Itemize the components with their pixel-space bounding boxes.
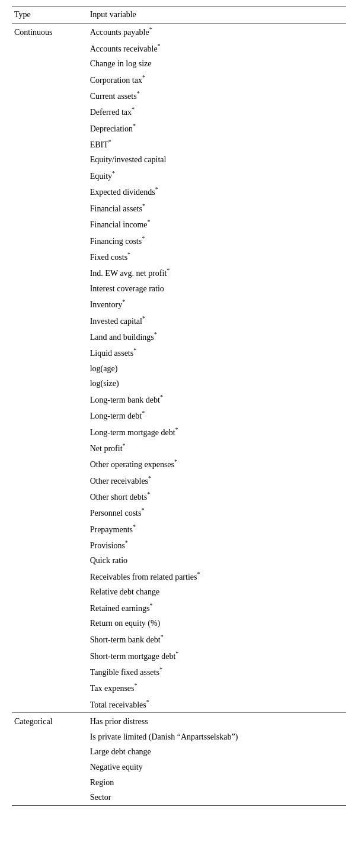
table-row: Equity*: [12, 168, 346, 184]
type-cell: [12, 631, 88, 647]
variable-cell: Current assets*: [88, 88, 346, 104]
variable-cell: Personnel costs*: [88, 504, 346, 520]
variable-cell: log(age): [88, 361, 346, 377]
table-row: Short-term mortgage debt*: [12, 648, 346, 664]
main-container: Type Input variable ContinuousAccounts p…: [0, 0, 358, 812]
type-cell: [12, 40, 88, 56]
type-cell: [12, 391, 88, 407]
table-row: Long-term debt*: [12, 407, 346, 423]
type-cell: [12, 265, 88, 281]
variable-cell: Other short debts*: [88, 488, 346, 504]
type-cell: [12, 456, 88, 472]
table-row: Depreciation*: [12, 120, 346, 136]
table-row: Provisions*: [12, 537, 346, 553]
type-cell: [12, 790, 88, 805]
variable-cell: Long-term mortgage debt*: [88, 424, 346, 440]
variable-cell: Accounts receivable*: [88, 40, 346, 56]
variable-cell: Equity/invested capital: [88, 152, 346, 168]
type-cell: [12, 696, 88, 713]
type-cell: [12, 760, 88, 775]
table-row: Tax expenses*: [12, 680, 346, 696]
table-row: Interest coverage ratio: [12, 281, 346, 297]
type-cell: [12, 504, 88, 520]
type-cell: [12, 136, 88, 152]
variable-cell: Large debt change: [88, 744, 346, 760]
type-cell: Continuous: [12, 24, 88, 40]
table-row: CategoricalHas prior distress: [12, 712, 346, 729]
table-row: Return on equity (%): [12, 616, 346, 631]
variable-cell: Short-term mortgage debt*: [88, 648, 346, 664]
table-row: ContinuousAccounts payable*: [12, 24, 346, 40]
table-row: Land and buildings*: [12, 329, 346, 345]
table-row: Ind. EW avg. net profit*: [12, 265, 346, 281]
table-row: Personnel costs*: [12, 504, 346, 520]
table-row: Deferred tax*: [12, 104, 346, 120]
type-cell: [12, 249, 88, 265]
type-cell: [12, 88, 88, 104]
variable-cell: Expected dividends*: [88, 184, 346, 200]
variable-cell: EBIT*: [88, 136, 346, 152]
type-cell: [12, 329, 88, 345]
variable-cell: Other receivables*: [88, 472, 346, 488]
table-row: log(age): [12, 361, 346, 377]
type-cell: [12, 200, 88, 216]
table-row: Fixed costs*: [12, 249, 346, 265]
variable-cell: Retained earnings*: [88, 600, 346, 616]
variable-cell: Has prior distress: [88, 712, 346, 729]
variable-cell: Region: [88, 775, 346, 790]
type-cell: [12, 296, 88, 312]
type-cell: [12, 568, 88, 584]
type-cell: [12, 775, 88, 790]
table-row: Other receivables*: [12, 472, 346, 488]
type-cell: Categorical: [12, 712, 88, 729]
variable-cell: Return on equity (%): [88, 616, 346, 631]
type-cell: [12, 440, 88, 456]
table-row: Short-term bank debt*: [12, 631, 346, 647]
type-cell: [12, 553, 88, 568]
variable-cell: Total receivables*: [88, 696, 346, 713]
variable-cell: Equity*: [88, 168, 346, 184]
variable-cell: Prepayments*: [88, 521, 346, 537]
variable-cell: Financial income*: [88, 216, 346, 232]
variable-cell: Quick ratio: [88, 553, 346, 568]
table-row: Corporation tax*: [12, 72, 346, 88]
type-cell: [12, 72, 88, 88]
variable-cell: Net profit*: [88, 440, 346, 456]
table-row: Other short debts*: [12, 488, 346, 504]
variable-cell: log(size): [88, 376, 346, 391]
type-cell: [12, 168, 88, 184]
type-cell: [12, 584, 88, 600]
type-cell: [12, 680, 88, 696]
table-row: Negative equity: [12, 760, 346, 775]
table-row: Accounts receivable*: [12, 40, 346, 56]
table-row: Total receivables*: [12, 696, 346, 713]
variable-cell: Interest coverage ratio: [88, 281, 346, 297]
table-row: Quick ratio: [12, 553, 346, 568]
variable-cell: Fixed costs*: [88, 249, 346, 265]
variable-cell: Receivables from related parties*: [88, 568, 346, 584]
table-row: Inventory*: [12, 296, 346, 312]
variable-cell: Provisions*: [88, 537, 346, 553]
variable-cell: Financial assets*: [88, 200, 346, 216]
type-cell: [12, 152, 88, 168]
table-header-row: Type Input variable: [12, 7, 346, 24]
table-row: Tangible fixed assets*: [12, 664, 346, 680]
type-cell: [12, 184, 88, 200]
type-cell: [12, 424, 88, 440]
variable-cell: Tax expenses*: [88, 680, 346, 696]
table-row: Liquid assets*: [12, 345, 346, 361]
type-cell: [12, 376, 88, 391]
type-cell: [12, 313, 88, 329]
table-row: Receivables from related parties*: [12, 568, 346, 584]
table-row: Region: [12, 775, 346, 790]
table-row: Relative debt change: [12, 584, 346, 600]
table-row: Prepayments*: [12, 521, 346, 537]
type-cell: [12, 537, 88, 553]
table-row: Expected dividends*: [12, 184, 346, 200]
table-row: Invested capital*: [12, 313, 346, 329]
variable-cell: Accounts payable*: [88, 24, 346, 40]
table-row: Sector: [12, 790, 346, 805]
table-row: Equity/invested capital: [12, 152, 346, 168]
table-row: Current assets*: [12, 88, 346, 104]
type-cell: [12, 361, 88, 377]
